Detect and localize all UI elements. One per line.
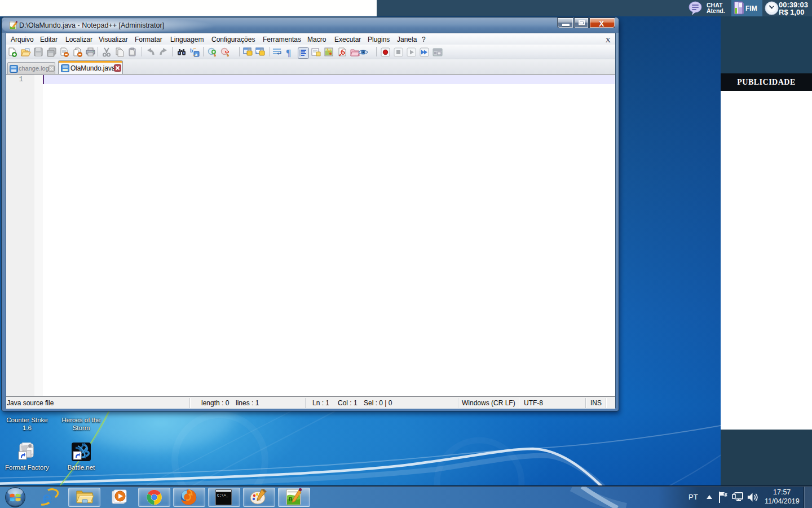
svg-text:b: b <box>190 47 193 54</box>
svg-text:C:\»_: C:\»_ <box>217 494 228 498</box>
svg-text:¶: ¶ <box>286 47 291 58</box>
svg-text:a: a <box>195 51 198 57</box>
svg-text:n: n <box>289 496 293 502</box>
